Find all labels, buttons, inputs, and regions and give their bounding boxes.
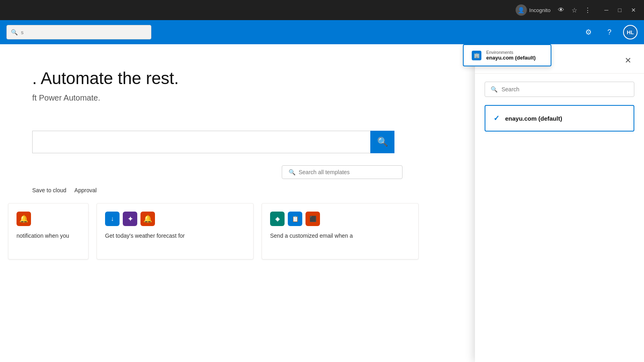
card-2-icons: ↓ ✦ 🔔 — [105, 212, 245, 226]
env-panel-close-button[interactable]: ✕ — [621, 54, 634, 67]
close-icon: ✕ — [625, 56, 632, 65]
maximize-button[interactable]: □ — [617, 5, 623, 15]
hero-title: . Automate the rest. — [32, 68, 330, 88]
header-search-bar[interactable]: 🔍 — [6, 25, 151, 39]
hero-subtitle: ft Power Automate. — [32, 93, 330, 103]
user-avatar[interactable]: HL — [623, 25, 638, 39]
help-icon: ? — [607, 28, 611, 37]
filter-save-to-cloud[interactable]: Save to cloud — [32, 187, 66, 195]
window-controls: ─ □ ✕ — [603, 5, 638, 15]
minimize-button[interactable]: ─ — [603, 5, 610, 15]
incognito-label: Incognito — [529, 7, 551, 13]
menu-icon[interactable]: ⋮ — [584, 6, 591, 14]
browser-controls: 👤 Incognito 👁 ☆ ⋮ — [516, 4, 591, 16]
card-3-icon-3: ⬛ — [305, 212, 320, 226]
template-card-1[interactable]: 🔔 notification when you — [8, 203, 89, 259]
env-search-icon: 🔍 — [491, 86, 497, 93]
template-card-2[interactable]: ↓ ✦ 🔔 Get today's weather forecast for — [97, 203, 254, 259]
main-search-button[interactable]: 🔍 — [370, 131, 394, 153]
env-dropdown-icon: 🏢 — [472, 51, 481, 60]
settings-icon: ⚙ — [585, 28, 592, 37]
templates-search-box[interactable]: 🔍 — [282, 165, 402, 179]
filter-approval[interactable]: Approval — [74, 187, 97, 195]
card-3-icon-2: 📋 — [288, 212, 302, 226]
env-item-1[interactable]: ✓ enayu.com (default) — [485, 105, 634, 132]
header-right: ⚙ ? HL — [581, 25, 638, 39]
env-header-dropdown[interactable]: 🏢 Environments enayu.com (default) — [463, 44, 551, 66]
env-item-name: enayu.com (default) — [505, 115, 562, 122]
eye-slash-icon[interactable]: 👁 — [558, 6, 564, 14]
main-search-container: 🔍 — [32, 131, 394, 153]
env-dropdown-label: Environments — [486, 50, 536, 55]
card-3-text: Send a customized email when a — [270, 232, 410, 240]
template-card-3[interactable]: ◈ 📋 ⬛ Send a customized email when a — [262, 203, 419, 259]
hero-section: . Automate the rest. ft Power Automate. — [0, 44, 362, 119]
env-search-box[interactable]: 🔍 — [485, 82, 634, 97]
templates-search-row: 🔍 — [32, 165, 402, 179]
browser-titlebar: 👤 Incognito 👁 ☆ ⋮ ─ □ ✕ — [0, 0, 644, 20]
star-icon[interactable]: ☆ — [572, 6, 577, 14]
env-dropdown-value: enayu.com (default) — [486, 55, 536, 61]
header-search-icon: 🔍 — [11, 29, 18, 35]
templates-search-input[interactable] — [299, 169, 396, 175]
main-search-input[interactable] — [32, 131, 370, 153]
help-button[interactable]: ? — [602, 25, 617, 39]
app-header: 🔍 ⚙ ? HL — [0, 20, 644, 44]
close-button[interactable]: ✕ — [630, 5, 638, 15]
card-3-icon-1: ◈ — [270, 212, 285, 226]
env-dropdown-text: Environments enayu.com (default) — [486, 50, 536, 61]
card-1-icon-1: 🔔 — [17, 212, 31, 226]
card-1-text: notification when you — [17, 232, 80, 240]
avatar-label: HL — [627, 29, 634, 35]
template-cards: 🔔 notification when you ↓ ✦ 🔔 Get today'… — [32, 203, 419, 259]
main-content: . Automate the rest. ft Power Automate. … — [0, 44, 644, 362]
settings-button[interactable]: ⚙ — [581, 25, 596, 39]
templates-search-icon: 🔍 — [289, 169, 295, 175]
card-2-text: Get today's weather forecast for — [105, 232, 245, 240]
incognito-icon: 👤 — [516, 4, 527, 16]
main-search-icon: 🔍 — [377, 137, 388, 147]
env-search-input[interactable] — [502, 86, 628, 93]
card-2-icon-3: 🔔 — [140, 212, 155, 226]
card-2-icon-2: ✦ — [123, 212, 137, 226]
incognito-badge: 👤 Incognito — [516, 4, 551, 16]
card-1-icons: 🔔 — [17, 212, 80, 226]
card-3-icons: ◈ 📋 ⬛ — [270, 212, 410, 226]
environments-panel: Environments ✕ 🔍 ✓ enayu.com (default) — [475, 44, 644, 362]
header-left: 🔍 — [6, 25, 581, 39]
header-search-input[interactable] — [21, 29, 147, 35]
card-2-icon-1: ↓ — [105, 212, 120, 226]
env-check-icon: ✓ — [493, 114, 500, 123]
